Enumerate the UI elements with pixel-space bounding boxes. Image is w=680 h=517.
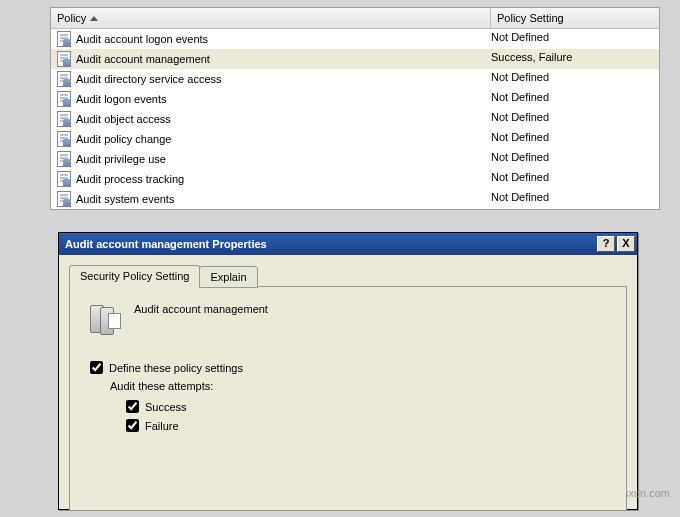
policy-list-header: Policy Policy Setting bbox=[51, 8, 659, 29]
policy-row-name: Audit account management bbox=[76, 53, 210, 65]
server-policy-icon bbox=[90, 303, 120, 335]
policy-row-name: Audit logon events bbox=[76, 93, 167, 105]
policy-row-name: Audit account logon events bbox=[76, 33, 208, 45]
failure-checkbox[interactable] bbox=[126, 419, 139, 432]
policy-row-name: Audit process tracking bbox=[76, 173, 184, 185]
policy-row-name: Audit object access bbox=[76, 113, 171, 125]
policy-item-icon bbox=[57, 31, 71, 47]
policy-name-label: Audit account management bbox=[134, 303, 268, 315]
policy-row-setting: Success, Failure bbox=[491, 51, 653, 67]
policy-row[interactable]: Audit account managementSuccess, Failure bbox=[51, 49, 659, 69]
tab-body: Audit account management Define these po… bbox=[69, 286, 627, 511]
column-header-setting[interactable]: Policy Setting bbox=[491, 8, 659, 28]
audit-attempts-label: Audit these attempts: bbox=[110, 380, 606, 392]
dialog-title: Audit account management Properties bbox=[65, 238, 597, 250]
close-button[interactable]: X bbox=[617, 236, 635, 252]
policy-item-icon bbox=[57, 131, 71, 147]
policy-row-setting: Not Defined bbox=[491, 151, 653, 167]
policy-row-setting: Not Defined bbox=[491, 191, 653, 207]
policy-row-setting: Not Defined bbox=[491, 91, 653, 107]
policy-row[interactable]: Audit account logon eventsNot Defined bbox=[51, 29, 659, 49]
policy-item-icon bbox=[57, 171, 71, 187]
policy-row-setting: Not Defined bbox=[491, 31, 653, 47]
policy-row[interactable]: Audit object accessNot Defined bbox=[51, 109, 659, 129]
define-policy-checkbox[interactable] bbox=[90, 361, 103, 374]
properties-dialog: Audit account management Properties ? X … bbox=[58, 232, 638, 510]
tab-security-policy-setting[interactable]: Security Policy Setting bbox=[69, 265, 200, 287]
policy-row[interactable]: Audit policy changeNot Defined bbox=[51, 129, 659, 149]
policy-row-name-cell: Audit account management bbox=[57, 51, 491, 67]
policy-row[interactable]: Audit process trackingNot Defined bbox=[51, 169, 659, 189]
policy-row[interactable]: Audit privilege useNot Defined bbox=[51, 149, 659, 169]
policy-row-setting: Not Defined bbox=[491, 71, 653, 87]
help-button[interactable]: ? bbox=[597, 236, 615, 252]
policy-item-icon bbox=[57, 91, 71, 107]
policy-item-icon bbox=[57, 51, 71, 67]
success-checkbox[interactable] bbox=[126, 400, 139, 413]
policy-row-setting: Not Defined bbox=[491, 131, 653, 147]
column-header-policy[interactable]: Policy bbox=[51, 8, 491, 28]
define-policy-row[interactable]: Define these policy settings bbox=[90, 361, 606, 374]
policy-row[interactable]: Audit directory service accessNot Define… bbox=[51, 69, 659, 89]
policy-row-name-cell: Audit directory service access bbox=[57, 71, 491, 87]
policy-list-panel: Policy Policy Setting Audit account logo… bbox=[50, 7, 660, 210]
column-header-setting-label: Policy Setting bbox=[497, 12, 564, 24]
policy-row-name-cell: Audit policy change bbox=[57, 131, 491, 147]
failure-row[interactable]: Failure bbox=[126, 419, 606, 432]
policy-item-icon bbox=[57, 111, 71, 127]
policy-item-icon bbox=[57, 71, 71, 87]
policy-row-name: Audit directory service access bbox=[76, 73, 222, 85]
policy-row-name: Audit privilege use bbox=[76, 153, 166, 165]
success-row[interactable]: Success bbox=[126, 400, 606, 413]
policy-row[interactable]: Audit logon eventsNot Defined bbox=[51, 89, 659, 109]
policy-rows: Audit account logon eventsNot DefinedAud… bbox=[51, 29, 659, 209]
policy-row-name-cell: Audit system events bbox=[57, 191, 491, 207]
policy-row-setting: Not Defined bbox=[491, 111, 653, 127]
policy-row-name-cell: Audit process tracking bbox=[57, 171, 491, 187]
policy-row[interactable]: Audit system eventsNot Defined bbox=[51, 189, 659, 209]
failure-label: Failure bbox=[145, 420, 179, 432]
policy-item-icon bbox=[57, 151, 71, 167]
column-header-policy-label: Policy bbox=[57, 12, 86, 24]
policy-heading: Audit account management bbox=[90, 303, 606, 335]
policy-row-name-cell: Audit account logon events bbox=[57, 31, 491, 47]
policy-row-name-cell: Audit logon events bbox=[57, 91, 491, 107]
policy-row-name-cell: Audit object access bbox=[57, 111, 491, 127]
policy-row-setting: Not Defined bbox=[491, 171, 653, 187]
define-policy-label: Define these policy settings bbox=[109, 362, 243, 374]
policy-row-name: Audit policy change bbox=[76, 133, 171, 145]
dialog-titlebar[interactable]: Audit account management Properties ? X bbox=[59, 233, 637, 255]
tab-strip: Security Policy Setting Explain bbox=[69, 265, 627, 287]
policy-item-icon bbox=[57, 191, 71, 207]
success-label: Success bbox=[145, 401, 187, 413]
sort-ascending-icon bbox=[90, 16, 98, 21]
policy-row-name: Audit system events bbox=[76, 193, 174, 205]
policy-row-name-cell: Audit privilege use bbox=[57, 151, 491, 167]
tab-explain[interactable]: Explain bbox=[199, 266, 257, 288]
